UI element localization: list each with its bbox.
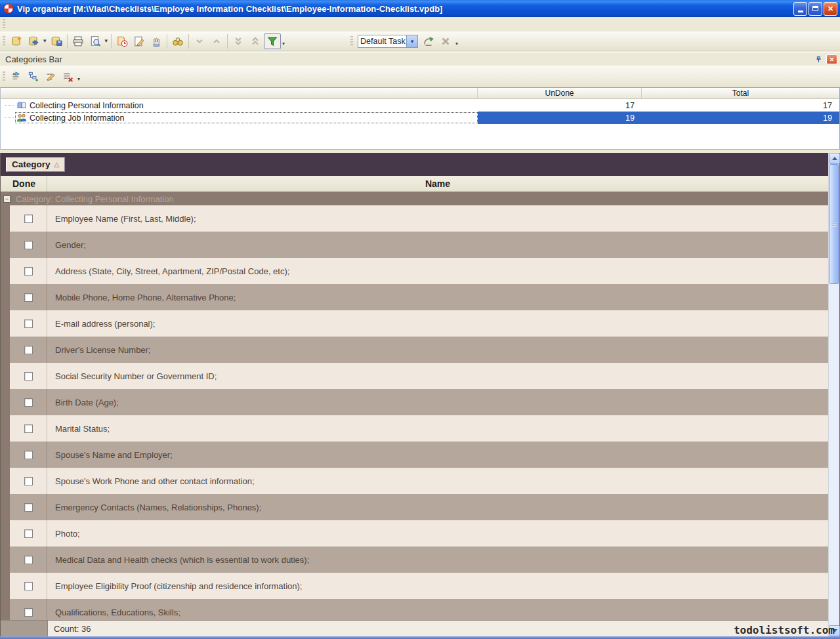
edit-task-button[interactable] [131, 33, 148, 49]
scrollbar-thumb[interactable] [830, 164, 839, 284]
delete-category-button[interactable] [59, 69, 76, 85]
menu-item[interactable] [8, 18, 20, 31]
task-row[interactable]: Medical Data and Health checks (which is… [1, 546, 828, 573]
task-row[interactable]: Driver's License Number; [1, 337, 828, 363]
category-name-column-header[interactable] [1, 88, 478, 98]
task-name[interactable]: Gender; [47, 232, 828, 258]
category-row[interactable]: Collecting Job Information 19 19 [1, 112, 839, 124]
task-name[interactable]: Photo; [47, 520, 828, 546]
print-preview-dropdown-icon[interactable]: ▾ [104, 38, 110, 44]
task-name[interactable]: Emergency Contacts (Names, Relationships… [47, 494, 828, 520]
new-task-button[interactable] [114, 33, 131, 49]
task-name[interactable]: Spouse's Work Phone and other contact in… [47, 468, 828, 494]
task-name[interactable]: Birth Date (Age); [47, 389, 828, 415]
task-row[interactable]: Mobile Phone, Home Phone, Alternative Ph… [1, 284, 828, 310]
drag-task-button[interactable] [148, 33, 165, 49]
done-checkbox[interactable] [24, 267, 33, 276]
task-row[interactable]: Spouse's Work Phone and other contact in… [1, 468, 828, 494]
task-row[interactable]: Employee Name (First, Last, Middle); [1, 205, 828, 232]
menu-item[interactable] [43, 18, 55, 31]
task-name[interactable]: Social Security Number or Government ID; [47, 363, 828, 389]
task-row[interactable]: Birth Date (Age); [1, 389, 828, 415]
task-row[interactable]: Gender; [1, 232, 828, 258]
done-checkbox[interactable] [24, 320, 33, 328]
done-checkbox[interactable] [24, 293, 33, 302]
menubar-grip[interactable] [3, 19, 5, 30]
toolbar-grip[interactable] [3, 36, 5, 47]
task-name[interactable]: Spouse's Name and Employer; [47, 442, 828, 468]
task-row[interactable]: Emergency Contacts (Names, Relationships… [1, 494, 828, 520]
task-name[interactable]: Employee Name (First, Last, Middle); [47, 205, 828, 232]
done-checkbox[interactable] [24, 424, 33, 433]
categories-toolbar-grip[interactable] [3, 72, 5, 82]
task-name[interactable]: Marital Status; [47, 415, 828, 442]
task-row[interactable]: Photo; [1, 520, 828, 546]
minimize-button[interactable] [793, 2, 807, 16]
task-name[interactable]: Driver's License Number; [47, 337, 828, 363]
vertical-scrollbar[interactable] [828, 153, 839, 636]
done-checkbox[interactable] [24, 503, 33, 512]
undone-column-header[interactable]: UnDone [478, 88, 642, 98]
done-checkbox[interactable] [24, 398, 33, 407]
restore-button[interactable] [808, 2, 822, 16]
category-row[interactable]: Collecting Personal Information 17 17 [1, 99, 839, 112]
menu-item[interactable] [20, 18, 32, 31]
categories-toolbar-options-icon[interactable]: ▾ [76, 77, 81, 82]
menu-item[interactable] [55, 18, 67, 31]
group-by-category-button[interactable]: Category △ [6, 157, 65, 172]
categories-bar-close-icon[interactable]: ✕ [826, 54, 837, 64]
collapse-group-icon[interactable]: − [3, 196, 10, 203]
task-name[interactable]: Qualifications, Educations, Skills; [47, 599, 828, 620]
menu-item[interactable] [32, 18, 43, 31]
view-toolbar-grip[interactable] [350, 36, 353, 47]
name-column-header[interactable]: Name [47, 178, 828, 189]
find-button[interactable] [169, 33, 186, 49]
task-row[interactable]: Qualifications, Educations, Skills; [1, 599, 828, 620]
print-button[interactable] [70, 33, 87, 49]
add-category-button[interactable] [8, 69, 25, 85]
task-row[interactable]: Spouse's Name and Employer; [1, 442, 828, 468]
category-name[interactable]: Collecting Personal Information [30, 101, 144, 110]
done-checkbox[interactable] [24, 608, 33, 617]
pin-icon[interactable] [813, 54, 824, 64]
task-name[interactable]: Medical Data and Health checks (which is… [47, 546, 828, 573]
scroll-up-icon[interactable] [829, 153, 840, 164]
task-row[interactable]: E-mail address (personal); [1, 310, 828, 337]
done-column-header[interactable]: Done [1, 176, 47, 192]
task-row[interactable]: Address (State, City, Street, Apartment,… [1, 258, 828, 284]
group-row[interactable]: − Category: Collecting Personal Informat… [1, 192, 828, 205]
view-toolbar-options-icon[interactable]: ▾ [454, 41, 459, 47]
task-view-dropdown-icon[interactable]: ▾ [406, 35, 417, 47]
menu-item[interactable] [67, 18, 79, 31]
new-database-button[interactable] [8, 33, 25, 49]
task-row[interactable]: Marital Status; [1, 415, 828, 442]
open-database-dropdown-icon[interactable]: ▾ [42, 38, 48, 44]
open-database-button[interactable] [25, 33, 42, 49]
done-checkbox[interactable] [24, 215, 33, 223]
close-button[interactable]: ✕ [824, 2, 837, 16]
add-subcategory-button[interactable] [25, 69, 42, 85]
task-name[interactable]: E-mail address (personal); [47, 310, 828, 337]
done-checkbox[interactable] [24, 556, 33, 564]
filter-button[interactable] [264, 33, 281, 49]
print-preview-button[interactable] [87, 33, 104, 49]
category-name[interactable]: Collecting Job Information [30, 113, 125, 123]
save-database-button[interactable] [48, 33, 65, 49]
task-name[interactable]: Employee Eligibility Proof (citizenship … [47, 573, 828, 599]
done-checkbox[interactable] [24, 451, 33, 459]
task-row[interactable]: Social Security Number or Government ID; [1, 363, 828, 389]
task-name[interactable]: Mobile Phone, Home Phone, Alternative Ph… [47, 284, 828, 310]
task-name[interactable]: Address (State, City, Street, Apartment,… [47, 258, 828, 284]
task-row[interactable]: Employee Eligibility Proof (citizenship … [1, 573, 828, 599]
done-checkbox[interactable] [24, 582, 33, 590]
done-checkbox[interactable] [24, 529, 33, 538]
total-column-header[interactable]: Total [642, 88, 839, 98]
done-checkbox[interactable] [24, 477, 33, 485]
save-view-button[interactable] [420, 33, 437, 49]
edit-category-button[interactable] [42, 69, 59, 85]
done-checkbox[interactable] [24, 346, 33, 354]
done-checkbox[interactable] [24, 372, 33, 381]
task-view-combobox[interactable]: Default Task V ▾ [358, 35, 418, 48]
done-checkbox[interactable] [24, 241, 33, 249]
toolbar-options-icon[interactable]: ▾ [281, 41, 286, 47]
